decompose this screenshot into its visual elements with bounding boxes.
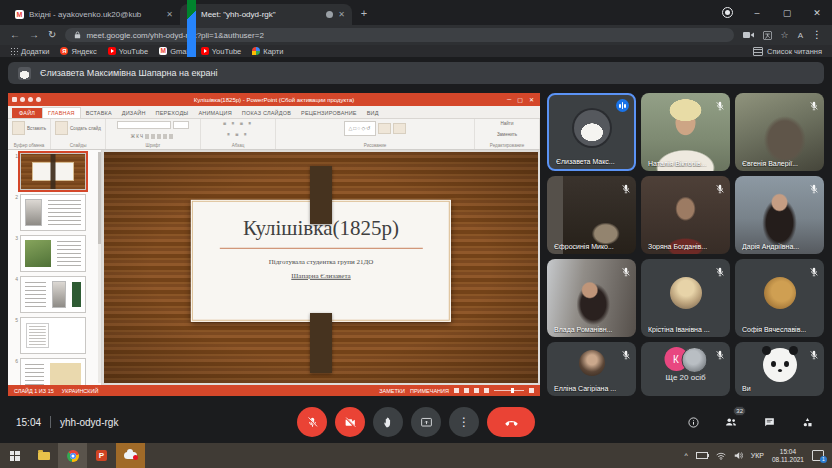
find-button[interactable]: Найти — [501, 121, 514, 126]
shapes-gallery[interactable]: △□○◇↺ — [344, 121, 376, 136]
forward-icon[interactable]: → — [29, 30, 39, 40]
activities-button[interactable] — [798, 413, 816, 431]
reading-list-button[interactable]: Список читання — [753, 47, 822, 56]
ppt-restore-icon[interactable]: ▢ — [517, 96, 523, 103]
tab-transitions[interactable]: ПЕРЕХОДЫ — [151, 108, 194, 118]
slide-thumbnail-6[interactable] — [20, 358, 86, 385]
quick-styles-button[interactable] — [393, 123, 406, 134]
spellcheck-language[interactable]: УКРАИНСКИЙ — [62, 388, 99, 394]
slide-thumbnail-1[interactable] — [20, 153, 86, 190]
comments-button[interactable]: ПРИМЕЧАНИЯ — [410, 388, 449, 394]
minimize-button[interactable]: – — [742, 0, 772, 25]
tab-view[interactable]: ВИД — [362, 108, 384, 118]
tab-meet[interactable]: Meet: "yhh-odyd-rgk" ✕ — [180, 4, 352, 25]
tray-clock[interactable]: 15:04 08.11.2021 — [772, 448, 804, 463]
chrome-menu-icon[interactable]: ⋮ — [812, 30, 822, 40]
font-size-box[interactable] — [173, 121, 189, 129]
tab-gmail[interactable]: M Вхідні - ayakovenko.uk20@kub ✕ — [8, 4, 180, 25]
battery-icon[interactable] — [696, 452, 708, 459]
slide-thumbnail-4[interactable] — [20, 276, 86, 313]
tile-more-people[interactable]: К Ще 20 осіб — [641, 342, 730, 396]
participants-button[interactable]: 32 — [722, 413, 740, 431]
tile-ellina[interactable]: Елліна Сагіріана ... — [547, 342, 636, 396]
tile-elyzaveta[interactable]: Єлизавета Макс... — [547, 93, 636, 171]
bookmark-star-icon[interactable]: ☆ — [781, 30, 789, 40]
notes-button[interactable]: ЗАМЕТКИ — [379, 388, 405, 394]
paste-button[interactable] — [12, 121, 25, 135]
new-slide-button[interactable] — [55, 121, 68, 135]
save-icon[interactable] — [20, 97, 25, 102]
font-style-buttons[interactable]: Ж К Ч — [131, 134, 143, 139]
font-extra-buttons[interactable] — [145, 134, 175, 139]
reload-icon[interactable]: ↻ — [48, 30, 56, 40]
end-call-button[interactable] — [487, 407, 535, 437]
bookmark-yandex[interactable]: ЯЯндекс — [60, 47, 96, 56]
ppt-close-icon[interactable]: ✕ — [529, 96, 534, 103]
close-tab-icon[interactable]: ✕ — [338, 10, 345, 19]
zoom-slider[interactable] — [494, 390, 524, 391]
arrange-button[interactable] — [378, 123, 391, 134]
bookmark-apps[interactable]: Додатки — [10, 47, 49, 56]
tab-slideshow[interactable]: ПОКАЗ СЛАЙДОВ — [237, 108, 296, 118]
back-icon[interactable]: ← — [10, 30, 20, 40]
undo-icon[interactable] — [28, 97, 33, 102]
cloud-app-taskbar-button[interactable] — [116, 443, 145, 468]
raise-hand-button[interactable] — [373, 407, 403, 437]
replace-button[interactable]: Заменить — [497, 132, 517, 137]
mic-toggle-button[interactable] — [297, 407, 327, 437]
tray-expand-icon[interactable]: ^ — [684, 452, 687, 459]
meeting-details-button[interactable] — [684, 413, 702, 431]
new-tab-button[interactable]: + — [356, 6, 372, 22]
fit-to-window-icon[interactable] — [529, 388, 534, 393]
speaker-icon[interactable] — [734, 451, 743, 460]
more-options-button[interactable]: ⋮ — [449, 407, 479, 437]
slide-thumbnail-5[interactable] — [20, 317, 86, 354]
chat-button[interactable] — [760, 413, 778, 431]
bookmark-youtube-2[interactable]: YouTube — [201, 47, 241, 56]
tile-yevheniia[interactable]: Євгенія Валерії... — [735, 93, 824, 171]
close-tab-icon[interactable]: ✕ — [166, 10, 173, 19]
normal-view-icon[interactable] — [454, 388, 459, 393]
tile-you[interactable]: Ви — [735, 342, 824, 396]
bookmark-maps[interactable]: Карти — [252, 47, 283, 56]
align-buttons[interactable]: ≣ ≡ ≣ ≡ — [223, 121, 254, 126]
translate-icon[interactable] — [763, 31, 772, 40]
tab-insert[interactable]: ВСТАВКА — [81, 108, 117, 118]
powerpoint-taskbar-button[interactable]: P — [87, 443, 116, 468]
tile-dariia[interactable]: Дарія Андріївна... — [735, 176, 824, 254]
extension-a-icon[interactable]: A — [798, 31, 803, 40]
slideshow-view-icon[interactable] — [484, 388, 489, 393]
slide-thumbnail-2[interactable] — [20, 194, 86, 231]
thumbnails-scrollbar[interactable] — [98, 152, 101, 383]
tab-home[interactable]: ГЛАВНАЯ — [42, 107, 81, 118]
bookmark-youtube[interactable]: YouTube — [108, 47, 148, 56]
tab-file[interactable]: ФАЙЛ — [12, 108, 42, 118]
bookmark-gmail[interactable]: MGmail — [159, 47, 190, 56]
record-indicator-icon[interactable] — [712, 0, 742, 25]
action-center-icon[interactable]: 1 — [812, 450, 824, 461]
tab-design[interactable]: ДИЗАЙН — [117, 108, 151, 118]
tile-zoriana[interactable]: Зоряна Богданів... — [641, 176, 730, 254]
present-screen-button[interactable] — [411, 407, 441, 437]
slide-canvas[interactable]: Кулішівка(1825р) Підготувала студентка г… — [104, 152, 538, 383]
font-name-box[interactable] — [117, 121, 171, 129]
tile-vlada[interactable]: Влада Романівн... — [547, 259, 636, 337]
sorter-view-icon[interactable] — [464, 388, 469, 393]
file-explorer-button[interactable] — [29, 443, 58, 468]
chrome-taskbar-button[interactable] — [58, 443, 87, 468]
tile-yefrosyniia[interactable]: Єфросинія Мико... — [547, 176, 636, 254]
tile-sofiia[interactable]: Софія Вячеславів... — [735, 259, 824, 337]
shared-screen[interactable]: Кулішівка(1825р) - PowerPoint (Сбой акти… — [8, 93, 540, 396]
wifi-icon[interactable] — [716, 452, 726, 460]
list-buttons[interactable]: ≡ ≣ ≡ — [227, 132, 249, 137]
address-bar[interactable]: meet.google.com/yhh-odyd-rgk?pli=1&authu… — [65, 28, 733, 42]
camera-icon[interactable] — [743, 31, 754, 39]
close-window-button[interactable]: ✕ — [802, 0, 832, 25]
camera-toggle-button[interactable] — [335, 407, 365, 437]
tab-review[interactable]: РЕЦЕНЗИРОВАНИЕ — [296, 108, 362, 118]
keyboard-language[interactable]: УКР — [751, 452, 764, 459]
tile-kristina[interactable]: Крістіна Іванівна ... — [641, 259, 730, 337]
tab-animation[interactable]: АНИМАЦИЯ — [193, 108, 236, 118]
start-button[interactable] — [0, 443, 29, 468]
tile-natalia[interactable]: Наталія Вікторів... — [641, 93, 730, 171]
